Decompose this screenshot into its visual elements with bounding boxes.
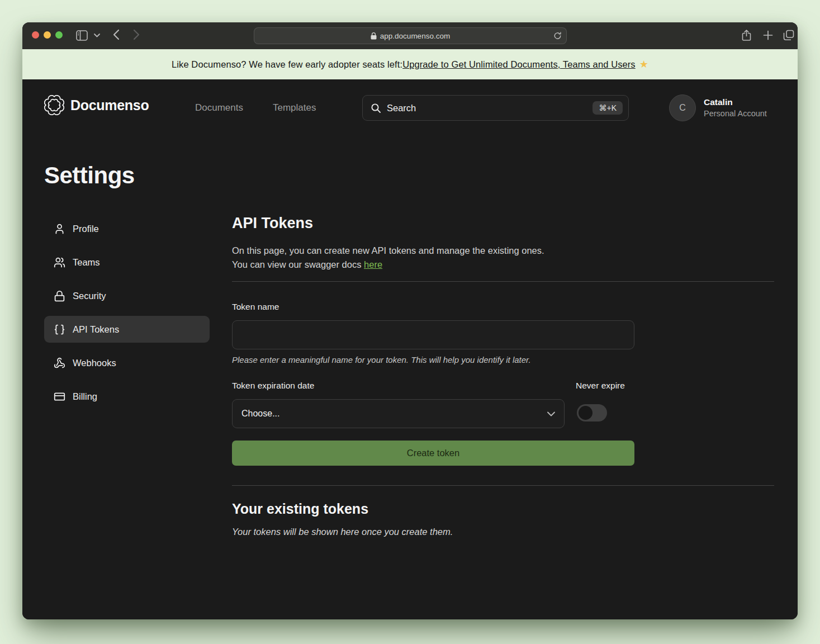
- braces-icon: [53, 324, 65, 335]
- sidebar-item-profile[interactable]: Profile: [44, 215, 210, 242]
- description-line-2-text: You can view our swagger docs: [232, 259, 364, 269]
- forward-icon[interactable]: [133, 29, 140, 40]
- token-name-label: Token name: [232, 302, 279, 312]
- existing-tokens-empty-text: Your tokens will be shown here once you …: [232, 527, 453, 537]
- api-tokens-panel: API Tokens On this page, you can create …: [232, 79, 774, 619]
- settings-sidebar: Profile Teams: [44, 215, 210, 410]
- sidebar-item-api-tokens[interactable]: API Tokens: [44, 316, 210, 343]
- tab-overview-icon[interactable]: [783, 30, 794, 41]
- sidebar-toggle-icon[interactable]: [76, 30, 88, 41]
- sidebar-item-security[interactable]: Security: [44, 282, 210, 309]
- select-value: Choose...: [241, 409, 279, 419]
- sidebar-item-label: Security: [73, 291, 106, 301]
- users-icon: [53, 257, 65, 268]
- sidebar-item-label: Webhooks: [73, 358, 116, 368]
- minimize-window-button[interactable]: [44, 31, 51, 39]
- share-icon[interactable]: [742, 30, 751, 41]
- sidebar-item-label: API Tokens: [73, 324, 119, 335]
- section-title: API Tokens: [232, 215, 313, 232]
- brand-name: Documenso: [70, 97, 149, 113]
- back-icon[interactable]: [113, 29, 120, 40]
- sidebar-item-webhooks[interactable]: Webhooks: [44, 349, 210, 376]
- reload-icon[interactable]: [553, 31, 562, 42]
- never-expire-label: Never expire: [576, 381, 625, 391]
- divider: [232, 281, 774, 282]
- documenso-logo-icon: [44, 95, 64, 115]
- page-title: Settings: [44, 162, 135, 189]
- user-icon: [53, 223, 65, 235]
- upgrade-link[interactable]: Upgrade to Get Unlimited Documents, Team…: [402, 59, 636, 70]
- new-tab-icon[interactable]: [762, 30, 774, 41]
- webhook-icon: [53, 357, 65, 369]
- lock-icon: [371, 32, 377, 40]
- url-bar[interactable]: app.documenso.com: [254, 27, 567, 44]
- swagger-docs-link[interactable]: here: [364, 259, 382, 269]
- browser-titlebar: app.documenso.com: [22, 22, 798, 49]
- zoom-window-button[interactable]: [55, 31, 63, 39]
- url-text: app.documenso.com: [380, 32, 450, 40]
- credit-card-icon: [53, 391, 65, 402]
- chevron-down-icon: [547, 411, 555, 416]
- never-expire-toggle[interactable]: [577, 404, 607, 422]
- chevron-down-icon[interactable]: [94, 34, 100, 37]
- divider: [232, 485, 774, 486]
- description-line-2: You can view our swagger docs here: [232, 258, 544, 272]
- sidebar-item-label: Teams: [73, 257, 100, 268]
- token-name-input[interactable]: [232, 320, 634, 349]
- token-expiration-select[interactable]: Choose...: [232, 399, 565, 428]
- sidebar-item-teams[interactable]: Teams: [44, 249, 210, 276]
- section-description: On this page, you can create new API tok…: [232, 244, 544, 272]
- toggle-knob: [579, 406, 593, 420]
- sidebar-item-billing[interactable]: Billing: [44, 383, 210, 410]
- lock-icon: [53, 290, 65, 302]
- promo-text: Like Documenso? We have few early adopte…: [172, 59, 402, 70]
- promo-banner: Like Documenso? We have few early adopte…: [22, 49, 798, 79]
- browser-window: app.documenso.com: [22, 22, 798, 619]
- close-window-button[interactable]: [32, 31, 39, 39]
- brand[interactable]: Documenso: [44, 95, 149, 115]
- create-token-button[interactable]: Create token: [232, 441, 634, 466]
- sidebar-item-label: Profile: [73, 224, 99, 234]
- token-name-helper: Please enter a meaningful name for your …: [232, 355, 531, 364]
- existing-tokens-title: Your existing tokens: [232, 501, 368, 517]
- description-line-1: On this page, you can create new API tok…: [232, 244, 544, 258]
- documenso-app: Documenso Documents Templates ⌘+K C Cata…: [22, 79, 798, 619]
- star-icon: ★: [639, 58, 648, 70]
- desktop: app.documenso.com: [0, 0, 820, 644]
- sidebar-item-label: Billing: [73, 391, 97, 402]
- token-expiration-label: Token expiration date: [232, 381, 314, 391]
